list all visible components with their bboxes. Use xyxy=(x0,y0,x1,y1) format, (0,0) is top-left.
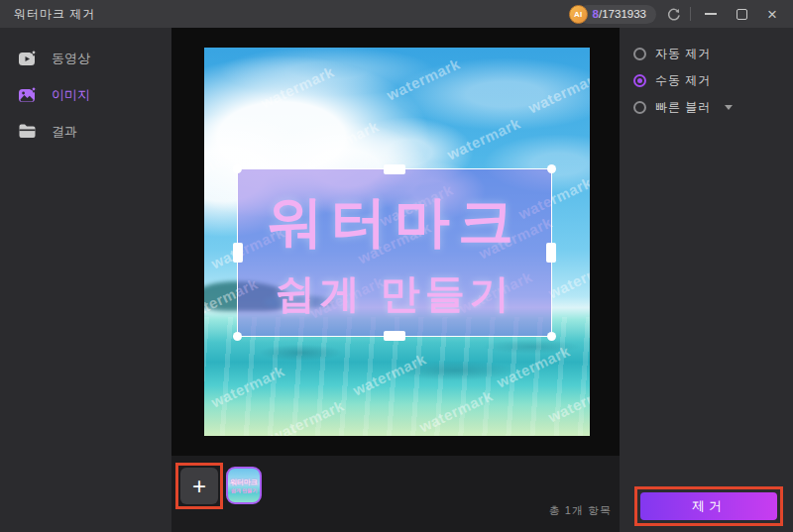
option-label: 빠른 블러 xyxy=(655,99,711,116)
sidebar-item-image[interactable]: 이미지 xyxy=(0,76,171,113)
watermark-tile: watermark xyxy=(525,67,590,116)
watermark-remover-window: 워터마크 제거 AI 8/1731933 × xyxy=(0,0,793,532)
selection-handle-bottom-right[interactable] xyxy=(547,332,556,341)
credit-counter: 8/1731933 xyxy=(578,5,656,24)
video-plus-icon xyxy=(18,49,39,67)
titlebar-divider xyxy=(690,7,691,21)
watermark-tile: watermark xyxy=(208,362,286,410)
selection-handle-top[interactable] xyxy=(384,164,405,174)
ai-coin-icon: AI xyxy=(569,5,588,24)
sidebar-item-result[interactable]: 결과 xyxy=(0,113,171,150)
refresh-button[interactable] xyxy=(665,6,681,22)
watermark-text-line2: 쉽게 만들기 xyxy=(275,266,513,321)
selection-handle-right[interactable] xyxy=(546,243,556,263)
image-plus-icon xyxy=(18,85,39,104)
remove-button[interactable]: 제거 xyxy=(640,492,777,520)
sidebar-item-label: 이미지 xyxy=(52,86,90,104)
option-auto-remove[interactable]: 자동 제거 xyxy=(633,41,793,67)
thumbnail-strip: + 워터마크 쉽게 만들기 총 1개 항목 xyxy=(171,456,620,532)
option-quick-blur[interactable]: 빠른 블러 xyxy=(633,94,793,121)
editor-canvas: watermarkwatermarkwatermarkwatermarkwate… xyxy=(171,28,620,532)
option-manual-remove[interactable]: 수동 제거 xyxy=(633,67,793,94)
item-count-label: 총 1개 항목 xyxy=(549,503,612,518)
selection-handle-top-left[interactable] xyxy=(233,164,242,173)
watermark-tile: watermark xyxy=(444,114,522,162)
sidebar-item-label: 동영상 xyxy=(52,50,90,67)
sidebar-item-video[interactable]: 동영상 xyxy=(0,40,171,76)
selection-handle-top-right[interactable] xyxy=(547,164,556,173)
watermark-text-line1: 워터마크 xyxy=(268,185,521,261)
watermark-tile: watermark xyxy=(268,396,346,436)
watermark-tile: watermark xyxy=(384,54,462,103)
watermark-tile: watermark xyxy=(494,342,572,390)
thumbnail-text-line1: 워터마크 xyxy=(230,478,258,487)
selection-handle-bottom-left[interactable] xyxy=(233,332,242,341)
thumbnail-text-line2: 쉽게 만들기 xyxy=(231,487,257,493)
option-label: 수동 제거 xyxy=(655,72,711,89)
refresh-icon xyxy=(666,7,681,22)
watermark-tile: watermark xyxy=(416,386,495,435)
photo-preview[interactable]: watermarkwatermarkwatermarkwatermarkwate… xyxy=(204,48,590,436)
option-label: 자동 제거 xyxy=(655,46,711,62)
radio-icon xyxy=(633,101,646,114)
watermark-tile: watermark xyxy=(350,350,428,398)
selection-handle-left[interactable] xyxy=(233,243,243,263)
title-bar-right: AI 8/1731933 × xyxy=(569,0,783,28)
sidebar-item-label: 결과 xyxy=(52,123,77,141)
folder-icon xyxy=(18,122,39,141)
add-button-highlight: + xyxy=(175,463,223,509)
image-thumbnail[interactable]: 워터마크 쉽게 만들기 xyxy=(226,467,262,504)
watermark-tile: watermark xyxy=(258,62,336,111)
minimize-button[interactable] xyxy=(700,0,722,28)
close-button[interactable]: × xyxy=(761,0,783,28)
chevron-down-icon xyxy=(725,105,733,110)
minimize-icon xyxy=(705,13,717,15)
watermark-selection-box[interactable]: 워터마크 쉽게 만들기 xyxy=(237,168,552,337)
window-title: 워터마크 제거 xyxy=(14,0,95,28)
title-bar: 워터마크 제거 AI 8/1731933 × xyxy=(0,0,793,28)
add-image-button[interactable]: + xyxy=(180,468,218,504)
options-panel: 자동 제거 수동 제거 빠른 블러 제거 xyxy=(620,28,793,532)
sidebar: 동영상 이미지 결과 xyxy=(0,28,171,532)
maximize-button[interactable] xyxy=(731,0,752,28)
watermark-tile: watermark xyxy=(302,117,381,165)
credit-badge[interactable]: AI 8/1731933 xyxy=(569,5,656,24)
credit-total: 1731933 xyxy=(602,8,646,20)
radio-icon xyxy=(633,74,646,87)
selection-handle-bottom[interactable] xyxy=(384,331,405,341)
watermark-tile: watermark xyxy=(545,376,590,425)
remove-button-highlight: 제거 xyxy=(634,486,783,526)
maximize-icon xyxy=(736,9,747,20)
radio-icon xyxy=(633,48,646,60)
close-icon: × xyxy=(767,6,777,23)
